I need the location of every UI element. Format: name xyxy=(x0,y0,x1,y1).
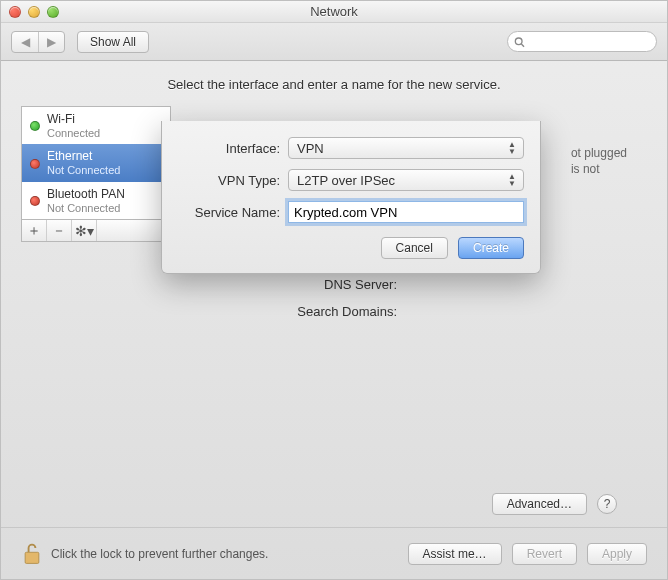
footer: Click the lock to prevent further change… xyxy=(1,527,667,579)
assist-me-button[interactable]: Assist me… xyxy=(408,543,502,565)
service-bluetooth-pan[interactable]: Bluetooth PAN Not Connected xyxy=(22,182,170,219)
service-list-items: Wi-Fi Connected Ethernet Not Connected xyxy=(22,107,170,219)
service-status: Connected xyxy=(47,127,100,140)
sheet-instruction: Select the interface and enter a name fo… xyxy=(21,77,647,92)
content-area: Select the interface and enter a name fo… xyxy=(1,61,667,527)
interface-select[interactable]: VPN ▲▼ xyxy=(288,137,524,159)
service-status: Not Connected xyxy=(47,164,120,177)
service-name-input[interactable] xyxy=(288,201,524,223)
vpn-type-label: VPN Type: xyxy=(178,173,288,188)
status-dot-icon xyxy=(30,196,40,206)
service-status: Not Connected xyxy=(47,202,125,215)
lock-text: Click the lock to prevent further change… xyxy=(51,547,268,561)
help-button[interactable]: ? xyxy=(597,494,617,514)
service-name: Wi-Fi xyxy=(47,113,100,127)
service-actions-button[interactable]: ✻▾ xyxy=(72,220,97,241)
nav-segmented: ◀ ▶ xyxy=(11,31,65,53)
service-list-footer: ＋ － ✻▾ xyxy=(21,219,171,242)
svg-line-1 xyxy=(521,44,524,47)
service-name: Ethernet xyxy=(47,150,120,164)
chevron-updown-icon: ▲▼ xyxy=(505,140,519,156)
vpn-type-value: L2TP over IPSec xyxy=(297,173,395,188)
titlebar: Network xyxy=(1,1,667,23)
advanced-row: Advanced… ? xyxy=(185,493,647,515)
service-name: Bluetooth PAN xyxy=(47,188,125,202)
sidebar-column: Wi-Fi Connected Ethernet Not Connected xyxy=(21,106,171,515)
apply-button[interactable]: Apply xyxy=(587,543,647,565)
add-service-button[interactable]: ＋ xyxy=(22,220,47,241)
service-ethernet[interactable]: Ethernet Not Connected xyxy=(22,144,170,181)
back-button[interactable]: ◀ xyxy=(12,32,38,52)
interface-value: VPN xyxy=(297,141,324,156)
service-wifi[interactable]: Wi-Fi Connected xyxy=(22,107,170,144)
service-name-label: Service Name: xyxy=(178,205,288,220)
new-service-sheet: Interface: VPN ▲▼ VPN Type: L2TP over IP… xyxy=(161,121,541,274)
search-field[interactable] xyxy=(507,31,657,52)
unlocked-lock-icon xyxy=(21,542,43,566)
search-domains-label: Search Domains: xyxy=(185,304,405,319)
svg-point-0 xyxy=(515,37,522,44)
svg-rect-2 xyxy=(25,552,39,563)
interface-label: Interface: xyxy=(178,141,288,156)
partially-visible-text: ot plugged is not xyxy=(571,146,627,177)
create-button[interactable]: Create xyxy=(458,237,524,259)
search-input[interactable] xyxy=(529,35,650,49)
chevron-updown-icon: ▲▼ xyxy=(505,172,519,188)
preferences-window: Network ◀ ▶ Show All Select the interfac… xyxy=(0,0,668,580)
search-icon xyxy=(514,36,525,48)
forward-button[interactable]: ▶ xyxy=(38,32,64,52)
dns-server-label: DNS Server: xyxy=(185,277,405,292)
status-dot-icon xyxy=(30,159,40,169)
status-dot-icon xyxy=(30,121,40,131)
show-all-button[interactable]: Show All xyxy=(77,31,149,53)
gear-icon: ✻▾ xyxy=(75,223,94,239)
vpn-type-select[interactable]: L2TP over IPSec ▲▼ xyxy=(288,169,524,191)
revert-button[interactable]: Revert xyxy=(512,543,577,565)
toolbar: ◀ ▶ Show All xyxy=(1,23,667,61)
cancel-button[interactable]: Cancel xyxy=(381,237,448,259)
advanced-button[interactable]: Advanced… xyxy=(492,493,587,515)
remove-service-button[interactable]: － xyxy=(47,220,72,241)
lock-area[interactable]: Click the lock to prevent further change… xyxy=(21,542,268,566)
window-title: Network xyxy=(1,4,667,19)
service-list: Wi-Fi Connected Ethernet Not Connected xyxy=(21,106,171,219)
